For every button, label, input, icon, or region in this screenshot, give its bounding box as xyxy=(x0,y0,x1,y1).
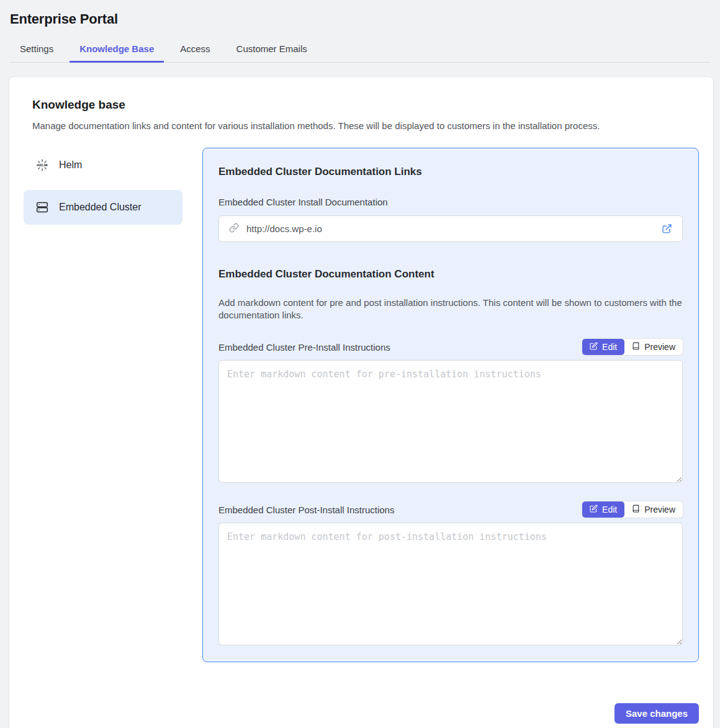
svg-text:HELM: HELM xyxy=(38,163,47,167)
card-description: Manage documentation links and content f… xyxy=(32,120,699,131)
sidebar-item-embedded-cluster[interactable]: Embedded Cluster xyxy=(24,190,182,225)
book-icon xyxy=(632,342,640,352)
embedded-cluster-panel: Embedded Cluster Documentation Links Emb… xyxy=(202,148,699,662)
install-doc-input-wrapper xyxy=(218,215,683,242)
save-row: Save changes xyxy=(24,703,699,724)
server-icon xyxy=(36,201,48,213)
pre-install-header: Embedded Cluster Pre-Install Instruction… xyxy=(218,339,683,355)
book-icon xyxy=(632,505,640,515)
page-header: Enterprise Portal xyxy=(0,0,720,27)
post-install-textarea[interactable] xyxy=(218,523,683,645)
sidebar-item-helm[interactable]: HELM Helm xyxy=(24,148,182,182)
tab-customer-emails[interactable]: Customer Emails xyxy=(227,37,317,62)
edit-icon xyxy=(590,505,598,515)
tab-knowledge-base[interactable]: Knowledge Base xyxy=(70,37,164,62)
save-changes-button[interactable]: Save changes xyxy=(614,703,699,724)
tab-bar: Settings Knowledge Base Access Customer … xyxy=(10,37,710,63)
install-doc-input[interactable] xyxy=(245,223,655,235)
links-section-title: Embedded Cluster Documentation Links xyxy=(218,166,683,178)
preview-button[interactable]: Preview xyxy=(624,339,683,355)
install-method-sidebar: HELM Helm Embedded Cluster xyxy=(24,148,182,662)
content-row: HELM Helm Embedded Cluster Embedde xyxy=(24,148,699,662)
tab-access[interactable]: Access xyxy=(170,37,220,62)
card-title: Knowledge base xyxy=(32,98,699,112)
helm-icon: HELM xyxy=(36,159,48,171)
content-section-description: Add markdown content for pre and post in… xyxy=(218,297,683,321)
edit-button[interactable]: Edit xyxy=(582,339,624,355)
link-icon xyxy=(229,223,239,235)
pre-install-textarea[interactable] xyxy=(218,360,683,483)
page-title: Enterprise Portal xyxy=(10,11,710,27)
edit-icon xyxy=(590,342,598,352)
edit-button[interactable]: Edit xyxy=(582,501,624,518)
pre-install-label: Embedded Cluster Pre-Install Instruction… xyxy=(218,342,390,353)
sidebar-item-label: Helm xyxy=(59,160,82,171)
preview-button[interactable]: Preview xyxy=(624,501,683,518)
pre-install-mode-toggle: Edit Preview xyxy=(582,339,683,355)
post-install-mode-toggle: Edit Preview xyxy=(582,501,683,518)
external-link-icon[interactable] xyxy=(662,223,672,234)
install-doc-label: Embedded Cluster Install Documentation xyxy=(218,197,683,207)
knowledge-base-card: Knowledge base Manage documentation link… xyxy=(9,76,714,728)
content-section-title: Embedded Cluster Documentation Content xyxy=(218,268,683,281)
post-install-header: Embedded Cluster Post-Install Instructio… xyxy=(218,501,683,518)
post-install-label: Embedded Cluster Post-Install Instructio… xyxy=(218,505,394,515)
tab-settings[interactable]: Settings xyxy=(10,37,63,62)
sidebar-item-label: Embedded Cluster xyxy=(59,202,142,213)
